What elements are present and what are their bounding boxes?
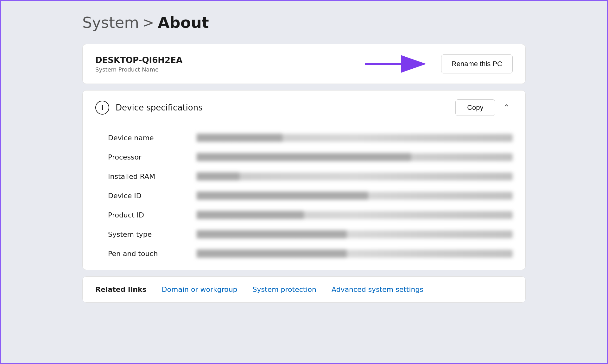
table-row: Pen and touch███████████████████████████… — [108, 244, 513, 263]
rename-pc-button[interactable]: Rename this PC — [441, 54, 513, 73]
page-container: System > About DESKTOP-QI6H2EA System Pr… — [82, 10, 526, 303]
table-row: System type████████████████████████████ — [108, 225, 513, 244]
pc-name-title: DESKTOP-QI6H2EA — [95, 55, 182, 65]
related-link[interactable]: Advanced system settings — [332, 286, 423, 293]
spec-label: Device name — [108, 134, 178, 142]
spec-label: Device ID — [108, 192, 178, 200]
arrow-icon — [362, 54, 432, 73]
device-specs-header: i Device specifications Copy ⌃ — [83, 91, 525, 125]
related-links-bar: Related links Domain or workgroupSystem … — [82, 276, 526, 303]
table-row: Installed RAM████████ — [108, 167, 513, 186]
breadcrumb-about: About — [158, 14, 209, 31]
spec-label: Pen and touch — [108, 250, 178, 258]
pc-name-right: Rename this PC — [362, 54, 513, 73]
spec-value: ████████████████ — [197, 134, 513, 142]
breadcrumb-system: System — [82, 14, 139, 31]
spec-label: System type — [108, 230, 178, 238]
table-row: Processor███████████████████████████████… — [108, 147, 513, 167]
related-link[interactable]: System protection — [253, 286, 316, 293]
pc-name-card: DESKTOP-QI6H2EA System Product Name Rena… — [82, 44, 526, 84]
device-specs-card: i Device specifications Copy ⌃ Device na… — [82, 90, 526, 270]
device-specs-title-group: i Device specifications — [95, 101, 203, 115]
table-row: Device ID███████████████████████████████… — [108, 186, 513, 205]
device-specs-label: Device specifications — [116, 103, 203, 112]
spec-value: ████████████████████████████ — [197, 250, 513, 258]
table-row: Product ID████████████████████ — [108, 205, 513, 225]
spec-value: ████████ — [197, 173, 513, 180]
spec-value: ████████████████████ — [197, 211, 513, 219]
spec-label: Installed RAM — [108, 173, 178, 180]
spec-label: Product ID — [108, 211, 178, 219]
arrow-annotation — [362, 54, 432, 73]
breadcrumb: System > About — [82, 10, 526, 35]
table-row: Device name████████████████ — [108, 128, 513, 147]
related-links-label: Related links — [95, 286, 147, 293]
chevron-up-icon[interactable]: ⌃ — [500, 101, 513, 114]
spec-value: ████████████████████████████████████████ — [197, 153, 513, 161]
spec-value: ████████████████████████████ — [197, 230, 513, 238]
info-icon: i — [95, 101, 109, 115]
pc-name-info: DESKTOP-QI6H2EA System Product Name — [95, 55, 182, 73]
specs-table: Device name████████████████Processor████… — [83, 125, 525, 270]
pc-name-subtitle: System Product Name — [95, 66, 182, 73]
spec-value: ████████████████████████████████ — [197, 192, 513, 200]
spec-label: Processor — [108, 153, 178, 161]
device-specs-actions: Copy ⌃ — [455, 99, 513, 116]
breadcrumb-separator: > — [143, 15, 154, 30]
copy-button[interactable]: Copy — [455, 99, 495, 116]
related-link[interactable]: Domain or workgroup — [162, 286, 238, 293]
